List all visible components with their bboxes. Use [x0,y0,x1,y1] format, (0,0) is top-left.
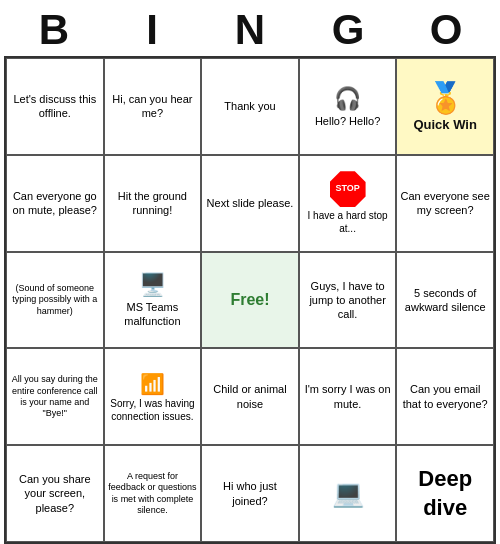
cell-b2[interactable]: Can everyone go on mute, please? [6,155,104,252]
cell-g2[interactable]: STOPI have a hard stop at... [299,155,397,252]
cell-g1[interactable]: 🎧Hello? Hello? [299,58,397,155]
cell-n1[interactable]: Thank you [201,58,299,155]
letter-i: I [108,6,196,54]
cell-b5[interactable]: Can you share your screen, please? [6,445,104,542]
cell-i5[interactable]: A request for feedback or questions is m… [104,445,202,542]
cell-o2[interactable]: Can everyone see my screen? [396,155,494,252]
cell-g4[interactable]: I'm sorry I was on mute. [299,348,397,445]
cell-n5[interactable]: Hi who just joined? [201,445,299,542]
cell-n2[interactable]: Next slide please. [201,155,299,252]
bingo-grid: Let's discuss this offline.Hi, can you h… [4,56,496,544]
cell-i2[interactable]: Hit the ground running! [104,155,202,252]
cell-n4[interactable]: Child or animal noise [201,348,299,445]
letter-g: G [304,6,392,54]
cell-i4[interactable]: 📶Sorry, I was having connection issues. [104,348,202,445]
cell-o4[interactable]: Can you email that to everyone? [396,348,494,445]
letter-b: B [10,6,98,54]
cell-b4[interactable]: All you say during the entire conference… [6,348,104,445]
cell-i3[interactable]: 🖥️MS Teams malfunction [104,252,202,349]
cell-o1[interactable]: 🏅Quick Win [396,58,494,155]
letter-o: O [402,6,490,54]
cell-b1[interactable]: Let's discuss this offline. [6,58,104,155]
letter-n: N [206,6,294,54]
cell-b3[interactable]: (Sound of someone typing possibly with a… [6,252,104,349]
cell-n3[interactable]: Free! [201,252,299,349]
cell-o5[interactable]: Deep dive [396,445,494,542]
cell-g3[interactable]: Guys, I have to jump to another call. [299,252,397,349]
cell-i1[interactable]: Hi, can you hear me? [104,58,202,155]
cell-g5[interactable]: 💻 [299,445,397,542]
cell-o3[interactable]: 5 seconds of awkward silence [396,252,494,349]
bingo-header: B I N G O [5,0,495,56]
